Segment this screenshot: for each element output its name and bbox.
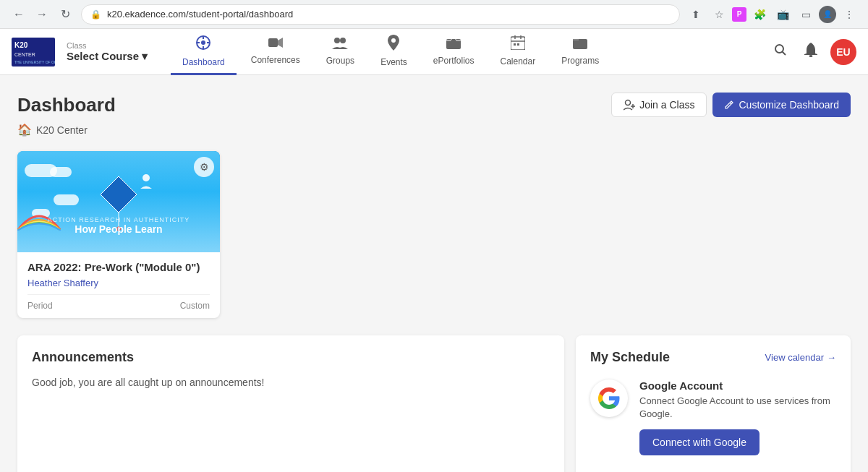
join-class-button[interactable]: Join a Class [611,93,707,117]
share-button[interactable]: ⬆ [686,4,706,25]
puzzle-button[interactable]: 🧩 [749,4,770,25]
groups-icon [332,36,348,53]
bookmark-button[interactable]: ☆ [709,4,729,25]
conferences-icon [268,37,283,52]
custom-label: Custom [180,301,210,311]
browser-actions: ⬆ ☆ P 🧩 📺 ▭ 👤 ⋮ [686,4,859,25]
svg-point-33 [142,174,150,181]
svg-marker-30 [101,176,137,213]
select-course-label: Select Course [67,50,139,62]
tab-calendar[interactable]: Calendar [489,29,548,75]
svg-rect-10 [268,38,278,47]
course-card-footer: Period Custom [27,294,210,311]
events-tab-label: Events [380,57,407,67]
course-card-body: ARA 2022: Pre-Work ("Module 0") Heather … [17,252,220,318]
customize-dashboard-button[interactable]: Customize Dashboard [712,93,851,117]
google-account-desc: Connect Google Account to use services f… [639,395,836,421]
card-settings-button[interactable]: ⚙ [194,157,214,177]
tab-eportfolios[interactable]: ePortfolios [422,29,486,75]
class-label: Class [67,41,148,50]
svg-rect-20 [514,43,516,46]
tab-groups[interactable]: Groups [315,29,366,75]
logo-image: K20 CENTER THE UNIVERSITY OF OKLAHOMA [12,38,55,66]
svg-text:THE UNIVERSITY OF OKLAHOMA: THE UNIVERSITY OF OKLAHOMA [14,60,55,64]
announcements-empty-message: Good job, you are all caught up on annou… [32,377,550,388]
bottom-sections: Announcements Good job, you are all caug… [17,335,851,472]
svg-point-12 [334,38,340,43]
announcements-section: Announcements Good job, you are all caug… [17,335,564,472]
tab-dashboard[interactable]: Dashboard [171,29,237,75]
google-account-card: Google Account Connect Google Account to… [590,379,836,455]
svg-marker-11 [278,38,283,48]
dashboard-tab-label: Dashboard [182,57,225,67]
browser-profile[interactable]: 👤 [819,6,836,23]
class-selector: Class Select Course ▾ [67,41,148,63]
browser-nav-buttons: ← → ↻ [9,4,75,25]
cast-button[interactable]: 📺 [773,4,793,25]
schedule-section: My Schedule View calendar → Google Ac [576,335,851,472]
conferences-tab-label: Conferences [251,55,300,65]
chevron-down-icon: ▾ [142,50,148,63]
address-bar[interactable]: 🔒 k20.ekadence.com/student-portal/dashbo… [81,4,680,25]
user-avatar[interactable]: EU [830,39,856,65]
page-actions: Join a Class Customize Dashboard [611,93,851,117]
forward-button[interactable]: → [32,4,52,25]
svg-text:CENTER: CENTER [14,52,35,57]
svg-point-13 [340,38,346,43]
notifications-button[interactable] [800,38,822,65]
breadcrumb-label: K20 Center [36,124,88,136]
reload-button[interactable]: ↻ [55,4,75,25]
breadcrumb: 🏠 K20 Center [17,123,851,137]
svg-point-14 [391,38,396,43]
person-icon [137,173,155,190]
svg-line-24 [783,52,786,56]
course-card-image: ACTION RESEARCH IN AUTHENTICITY How Peop… [17,151,220,252]
app-header: K20 CENTER THE UNIVERSITY OF OKLAHOMA Cl… [0,29,868,75]
svg-point-5 [201,40,205,45]
customize-dashboard-label: Customize Dashboard [739,99,839,111]
url-text: k20.ekadence.com/student-portal/dashboar… [107,9,293,20]
connect-google-label: Connect with Google [652,437,746,448]
tab-programs[interactable]: Programs [550,29,610,75]
header-actions: EU [770,38,856,65]
course-card[interactable]: ACTION RESEARCH IN AUTHENTICITY How Peop… [17,151,220,318]
svg-text:K20: K20 [14,41,28,49]
extension-icon[interactable]: P [732,7,746,22]
view-calendar-link[interactable]: View calendar → [765,352,836,363]
select-course-button[interactable]: Select Course ▾ [67,50,148,63]
svg-rect-22 [573,39,587,49]
page-header: Dashboard Join a Class Customize Dashboa… [17,93,851,117]
page-title: Dashboard [17,94,116,116]
nav-tabs: Dashboard Conferences Groups [171,29,770,75]
sidebar-button[interactable]: ▭ [796,4,816,25]
svg-point-23 [775,45,783,53]
programs-icon [573,36,587,53]
main-content: Dashboard Join a Class Customize Dashboa… [0,75,868,472]
calendar-tab-label: Calendar [501,56,536,66]
programs-tab-label: Programs [561,56,599,66]
schedule-header: My Schedule View calendar → [590,350,836,365]
lock-icon: 🔒 [90,9,101,20]
groups-tab-label: Groups [326,56,354,66]
card-subtitle: ACTION RESEARCH IN AUTHENTICITY How Peop… [17,216,220,235]
browser-chrome: ← → ↻ 🔒 k20.ekadence.com/student-portal/… [0,0,868,29]
period-label: Period [27,301,53,311]
eportfolios-icon [446,36,461,53]
google-account-title: Google Account [639,379,836,392]
calendar-icon [511,35,525,53]
cloud-2 [50,167,72,177]
eportfolios-tab-label: ePortfolios [433,56,475,66]
dashboard-icon [195,35,211,54]
tab-events[interactable]: Events [369,29,419,75]
course-card-title: ARA 2022: Pre-Work ("Module 0") [27,261,210,273]
back-button[interactable]: ← [9,4,29,25]
connect-with-google-button[interactable]: Connect with Google [639,429,760,455]
view-calendar-label: View calendar [765,352,824,363]
menu-button[interactable]: ⋮ [839,4,859,25]
svg-point-26 [626,100,631,106]
search-button[interactable] [770,39,791,64]
tab-conferences[interactable]: Conferences [239,29,312,75]
svg-line-29 [730,103,731,104]
cards-grid: ACTION RESEARCH IN AUTHENTICITY How Peop… [17,151,851,318]
svg-rect-25 [809,55,813,57]
